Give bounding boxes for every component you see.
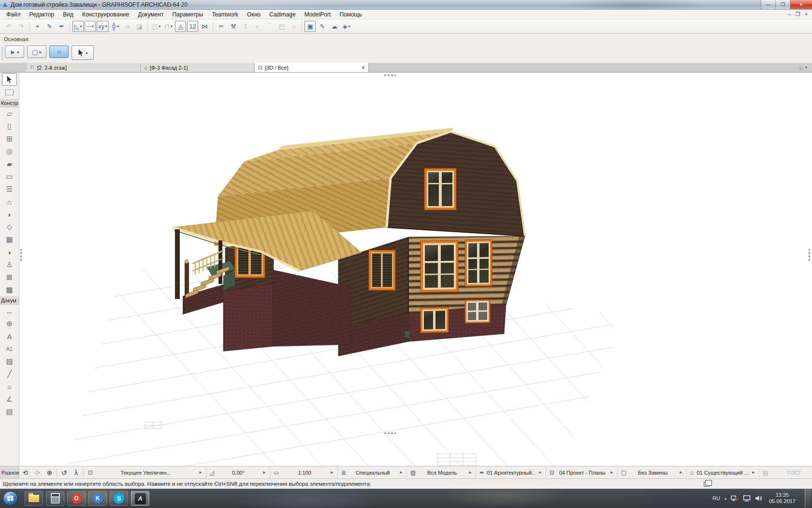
toolbar-pick-up-parameters-button[interactable]: ✎ bbox=[44, 21, 55, 32]
skylight-tool[interactable]: ◖ bbox=[0, 246, 19, 258]
toolbar-guide-lines-button[interactable]: ◺▾ bbox=[72, 21, 84, 32]
taskbar-opera[interactable]: O bbox=[67, 491, 86, 506]
toolbar-multiply-button[interactable]: ⌂ bbox=[288, 21, 299, 32]
toolbar-grip[interactable] bbox=[1, 46, 3, 60]
restore-button[interactable]: ❐ bbox=[775, 0, 790, 9]
taskbar-windows-explorer[interactable] bbox=[25, 491, 43, 506]
view-back-button[interactable]: ⟲ bbox=[19, 466, 31, 478]
pane-splitter-right[interactable] bbox=[809, 249, 810, 261]
polyline-tool[interactable]: ∠ bbox=[0, 393, 19, 405]
selection-follow-button[interactable]: ►▸ bbox=[5, 45, 24, 58]
arrow-tool-button[interactable]: ▸ bbox=[72, 45, 94, 60]
toolbar-adjust-button[interactable]: ↥ bbox=[240, 21, 251, 32]
roof-tool[interactable]: ⌂ bbox=[0, 195, 19, 208]
tray-expand-icon[interactable]: ▴ bbox=[725, 496, 726, 501]
tab-floor-plan[interactable]: ⚐[2. 2-й этаж] bbox=[27, 63, 141, 72]
toolbar-intersect-button[interactable]: ⌐ bbox=[252, 21, 263, 32]
pop-up-navigator[interactable]: ⌂ ▾ bbox=[799, 63, 812, 72]
toolbar-auto-dimension-button[interactable]: 12 bbox=[187, 21, 198, 32]
toolbar-suspend-groups-button[interactable]: ⊓▾ bbox=[163, 21, 174, 32]
toolbar-virtual-trace-button[interactable]: ◪ bbox=[134, 21, 145, 32]
text-tool[interactable]: A bbox=[0, 330, 19, 343]
toolbar-fillet-button[interactable]: ⌒ bbox=[264, 21, 275, 32]
toolbar-trim-button[interactable]: ✂ bbox=[216, 21, 227, 32]
select-tool[interactable] bbox=[2, 73, 17, 86]
renovation-override-control[interactable]: ▢Без Замены► bbox=[618, 466, 687, 478]
pane-splitter-left[interactable] bbox=[20, 249, 22, 261]
pen-set-control[interactable]: ✒01 Архитектурный...► bbox=[476, 466, 546, 478]
mesh-tool[interactable]: ▩ bbox=[0, 284, 19, 296]
level-dimension-tool[interactable]: ⊕ bbox=[0, 317, 19, 330]
slab-tool[interactable]: ▭ bbox=[0, 170, 19, 183]
marquee-select-button[interactable]: ▢▸ bbox=[27, 45, 46, 58]
renovation-filter-control[interactable]: ⌂01 Существующий ...► bbox=[687, 466, 759, 478]
toolbar-annotate-button[interactable]: ✎ bbox=[317, 21, 328, 32]
speaker-icon[interactable] bbox=[755, 495, 763, 502]
toolbar-trace-reference-button[interactable]: ▱ bbox=[122, 21, 133, 32]
menu-view[interactable]: Вид bbox=[58, 10, 78, 19]
toolbar-redo-button[interactable]: ↷ bbox=[15, 21, 27, 32]
menu-editor[interactable]: Редактор bbox=[25, 10, 59, 19]
menu-modelport[interactable]: ModelPort bbox=[300, 10, 335, 19]
tab-elevation[interactable]: ⌂[Ф-3 Фасад 2-1] bbox=[141, 63, 255, 72]
pane-splitter-top[interactable] bbox=[384, 75, 396, 76]
zone-tool[interactable]: ⊠ bbox=[0, 271, 19, 284]
taskbar-skype[interactable]: S bbox=[110, 491, 128, 506]
toolbar-marquee-transform-button[interactable]: ▣ bbox=[304, 21, 316, 32]
toolbar-snap-guides-button[interactable]: ┄▾ bbox=[85, 21, 96, 32]
toolbar-stretch-button[interactable]: ⋈ bbox=[199, 21, 210, 32]
toolbar-split-button[interactable]: ⚒ bbox=[228, 21, 239, 32]
door-tool[interactable]: ▯ bbox=[0, 120, 19, 133]
window-stack-icon[interactable] bbox=[704, 482, 710, 487]
drawing-tool[interactable]: ▤ bbox=[0, 405, 19, 418]
menu-file[interactable]: Файл bbox=[2, 10, 25, 19]
explore-walk-button[interactable]: λ bbox=[70, 466, 82, 478]
morph-tool[interactable]: ◇ bbox=[0, 221, 19, 233]
doc-restore-button[interactable]: ❐ bbox=[796, 11, 800, 17]
start-button[interactable] bbox=[3, 491, 18, 506]
toolbar-resize-button[interactable]: ◰ bbox=[276, 21, 287, 32]
circle-tool[interactable]: ○ bbox=[0, 380, 19, 393]
menu-document[interactable]: Документ bbox=[133, 10, 168, 19]
toolbar-undo-button[interactable]: ↶ bbox=[3, 21, 14, 32]
layers-control[interactable]: ≣Специальный► bbox=[338, 466, 407, 478]
view-forward-button[interactable]: ⟳ bbox=[31, 466, 44, 478]
fill-tool[interactable]: ▨ bbox=[0, 355, 19, 368]
structure-filter-control[interactable]: ▨Вся Модель► bbox=[407, 466, 476, 478]
toolbar-polygon-edit-button[interactable]: ◬ bbox=[175, 21, 186, 32]
menu-cadimage[interactable]: Cadimage bbox=[265, 10, 300, 19]
window-tool[interactable]: ⊞ bbox=[0, 133, 19, 145]
toolbar-crop-view-button[interactable]: ▢▾ bbox=[150, 21, 162, 32]
toolbar-zoom-to-selection-button[interactable]: ⌖ bbox=[32, 21, 43, 32]
zoom-in-button[interactable]: ⊕ bbox=[44, 466, 56, 478]
menu-teamwork[interactable]: Teamwork bbox=[207, 10, 243, 19]
wall-tool[interactable]: ▱ bbox=[0, 107, 19, 120]
menu-window[interactable]: Окно bbox=[243, 10, 265, 19]
orbit-button[interactable]: ↺ bbox=[58, 466, 70, 478]
magnet-snap-button[interactable]: ∩ bbox=[49, 45, 69, 58]
minimize-button[interactable]: — bbox=[761, 0, 775, 9]
network-error-icon[interactable] bbox=[731, 495, 739, 502]
viewport-3d[interactable] bbox=[19, 73, 812, 466]
line-tool[interactable]: ╱ bbox=[0, 368, 19, 380]
language-indicator[interactable]: RU bbox=[712, 495, 720, 501]
scale-control[interactable]: ▭1:100► bbox=[270, 466, 338, 478]
toolbar-coordinates-button[interactable]: xy▾ bbox=[97, 21, 109, 32]
toolbar-grid-snap-button[interactable]: ╬▾ bbox=[110, 21, 121, 32]
clock[interactable]: 13:35 05.06.2017 bbox=[769, 492, 796, 505]
close-icon[interactable]: × bbox=[362, 64, 365, 71]
display-icon[interactable] bbox=[743, 495, 751, 502]
zoom-preset-control[interactable]: ⊡Текущее Увеличен...► bbox=[85, 466, 206, 478]
menu-help[interactable]: Помощь bbox=[335, 10, 366, 19]
column-tool[interactable]: ◎ bbox=[0, 145, 19, 158]
menu-design[interactable]: Конструирование bbox=[78, 10, 133, 19]
model-view-options-control[interactable]: ⊟04 Проект - Планы► bbox=[546, 466, 618, 478]
object-tool[interactable]: ♙ bbox=[0, 258, 19, 271]
doc-close-button[interactable]: × bbox=[805, 11, 808, 17]
doc-minimize-button[interactable]: – bbox=[788, 11, 791, 17]
beam-tool[interactable]: ▰ bbox=[0, 158, 19, 170]
layout-book-control[interactable]: ▤ГОСТ► bbox=[759, 466, 812, 478]
toolbar-favorites-button[interactable]: ☁ bbox=[329, 21, 340, 32]
shell-tool[interactable]: ◗ bbox=[0, 208, 19, 221]
toolbar-quick-layers-button[interactable]: ◈▾ bbox=[341, 21, 352, 32]
